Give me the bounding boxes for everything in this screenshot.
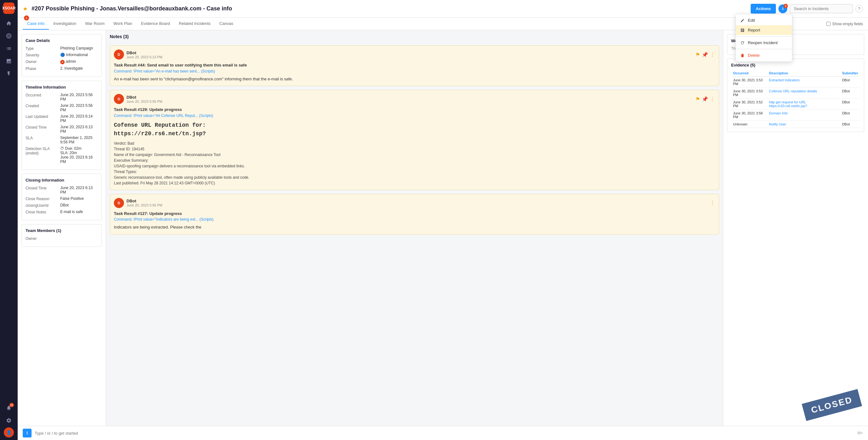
field-phase: Phase 2. Investigate bbox=[26, 66, 98, 71]
note-3-avatar: D bbox=[114, 198, 124, 208]
closing-title: Closing Information bbox=[26, 178, 98, 182]
sidebar: XSOAR 34 👤 bbox=[0, 0, 18, 440]
svg-point-2 bbox=[8, 36, 9, 37]
pin-icon[interactable]: 📌 bbox=[702, 52, 708, 58]
notes-title: Notes (3) bbox=[110, 34, 719, 39]
help-button[interactable]: ? bbox=[856, 5, 863, 12]
right-panel: Work Plan (0 3 There are no tasks that r… bbox=[723, 30, 868, 426]
evidence-description-2[interactable]: http get request for URL https://r20.rs6… bbox=[767, 99, 840, 110]
user-avatar[interactable]: 👤 bbox=[4, 428, 14, 438]
field-type: Type Phishing Campaign bbox=[26, 46, 98, 51]
more-icon-3[interactable]: ⋮ bbox=[710, 200, 715, 206]
timeline-title: Timeline Information bbox=[26, 85, 98, 90]
case-details-section: Case Details Type Phishing Campaign Seve… bbox=[22, 34, 102, 77]
dropdown-reopen[interactable]: Reopen Incident bbox=[736, 38, 792, 47]
left-panel: Case Details Type Phishing Campaign Seve… bbox=[18, 30, 106, 426]
note-1-content: Task Result #44: Send email to user noti… bbox=[114, 62, 715, 82]
actions-button[interactable]: Actions bbox=[751, 4, 776, 13]
show-empty-checkbox[interactable] bbox=[826, 22, 831, 26]
evidence-row-2: June 30, 2021 3:52 PM http get request f… bbox=[731, 99, 860, 110]
field-severity: Severity 🔵 Informational bbox=[26, 53, 98, 57]
note-2-avatar: D bbox=[114, 94, 124, 104]
middle-panel: Notes (3) D DBot June 20, 2023 6:13 PM ⚑… bbox=[106, 30, 723, 426]
sidebar-item-bolt[interactable] bbox=[3, 68, 14, 79]
evidence-submitter-3: DBot bbox=[840, 110, 860, 121]
evidence-table-header: Occurred Description Submitter bbox=[731, 70, 860, 77]
search-input[interactable] bbox=[790, 4, 853, 13]
chat-input[interactable] bbox=[35, 431, 855, 436]
report-icon bbox=[740, 28, 745, 32]
tab-case-info[interactable]: Case info 1 bbox=[23, 18, 49, 30]
sidebar-item-incidents[interactable] bbox=[3, 43, 14, 54]
dropdown-edit[interactable]: Edit bbox=[736, 15, 792, 25]
field-created: Created June 20, 2023 5:56 PM bbox=[26, 103, 98, 112]
app-logo[interactable]: XSOAR bbox=[3, 2, 14, 14]
show-empty-fields-label[interactable]: Show empty fields bbox=[826, 22, 863, 26]
chat-exclaim-button[interactable]: ! bbox=[23, 429, 32, 438]
evidence-occurred-1: June 30, 2021 3:53 PM bbox=[731, 88, 767, 99]
dropdown-separator-2 bbox=[736, 49, 792, 49]
evidence-row-3: June 30, 2021 3:58 PM Domain Info DBot bbox=[731, 110, 860, 121]
sidebar-item-dashboard[interactable] bbox=[3, 56, 14, 67]
star-icon[interactable]: ★ bbox=[23, 5, 28, 12]
col-submitter: Submitter bbox=[840, 70, 860, 77]
flag-icon-2[interactable]: ⚑ bbox=[695, 96, 700, 102]
note-3-header: D DBot June 20, 2023 5:56 PM ⋮ bbox=[114, 198, 715, 208]
evidence-description-4[interactable]: Notify User bbox=[767, 121, 840, 128]
evidence-description-1[interactable]: Cofense URL reputation details bbox=[767, 88, 840, 99]
info-button[interactable]: i 2 bbox=[778, 4, 787, 13]
evidence-row-4: Unknown Notify User DBot bbox=[731, 121, 860, 128]
sidebar-item-target[interactable] bbox=[3, 30, 14, 42]
field-detection-sla: Detection SLA (ended) ⏱ Due: 02m SLA: 20… bbox=[26, 146, 98, 164]
note-3-meta: DBot June 20, 2023 5:56 PM bbox=[126, 199, 708, 207]
evidence-submitter-2: DBot bbox=[840, 99, 860, 110]
more-icon[interactable]: ⋮ bbox=[710, 52, 715, 58]
tab-investigation[interactable]: Investigation bbox=[49, 18, 81, 30]
dropdown-report[interactable]: Report bbox=[736, 25, 792, 35]
notification-badge: 34 bbox=[9, 403, 14, 407]
closing-section: Closing Information Closed Time June 20,… bbox=[22, 174, 102, 220]
field-owner: Owner A admin bbox=[26, 59, 98, 64]
note-2-header: D DBot June 20, 2023 5:56 PM ⚑ 📌 ⋮ bbox=[114, 94, 715, 104]
content-area: Case Details Type Phishing Campaign Seve… bbox=[18, 30, 868, 426]
note-3-actions[interactable]: ⋮ bbox=[710, 200, 715, 206]
note-2-meta: DBot June 20, 2023 5:56 PM bbox=[126, 95, 693, 103]
pin-icon-2[interactable]: 📌 bbox=[702, 96, 708, 102]
evidence-description-0[interactable]: Extracted Indicators bbox=[767, 77, 840, 88]
evidence-description-3[interactable]: Domain Info bbox=[767, 110, 840, 121]
page-title: #207 Possible Phishing - Jonas.Versaille… bbox=[32, 5, 747, 12]
tab-war-room[interactable]: War Room bbox=[81, 18, 109, 30]
app-container: XSOAR 34 👤 bbox=[0, 0, 868, 440]
col-description: Description bbox=[767, 70, 840, 77]
tab-related-incidents[interactable]: Related Incidents bbox=[175, 18, 215, 30]
note-1-avatar: D bbox=[114, 49, 124, 60]
note-card-2: D DBot June 20, 2023 5:56 PM ⚑ 📌 ⋮ Task … bbox=[110, 90, 719, 190]
more-icon-2[interactable]: ⋮ bbox=[710, 96, 715, 102]
case-details-title: Case Details bbox=[26, 38, 98, 43]
field-closed-time2: Closed Time June 20, 2023 6:13 PM bbox=[26, 185, 98, 195]
tab-canvas[interactable]: Canvas bbox=[215, 18, 238, 30]
sidebar-item-settings[interactable] bbox=[3, 415, 14, 426]
evidence-title: Evidence (5) bbox=[731, 63, 860, 67]
sidebar-item-notifications[interactable]: 34 bbox=[3, 402, 14, 413]
note-1-header: D DBot June 20, 2023 6:13 PM ⚑ 📌 ⋮ bbox=[114, 49, 715, 60]
dropdown-delete[interactable]: Delete bbox=[736, 50, 792, 60]
note-1-actions[interactable]: ⚑ 📌 ⋮ bbox=[695, 52, 715, 58]
delete-icon bbox=[740, 53, 745, 58]
sidebar-item-home[interactable] bbox=[3, 18, 14, 29]
owner-avatar-icon: A bbox=[60, 60, 65, 64]
field-last-updated: Last Updated June 20, 2023 6:14 PM bbox=[26, 114, 98, 123]
evidence-occurred-4: Unknown bbox=[731, 121, 767, 128]
evidence-row-1: June 30, 2021 3:53 PM Cofense URL reputa… bbox=[731, 88, 860, 99]
tab-evidence-board[interactable]: Evidence Board bbox=[136, 18, 175, 30]
evidence-occurred-3: June 30, 2021 3:58 PM bbox=[731, 110, 767, 121]
evidence-submitter-1: DBot bbox=[840, 88, 860, 99]
header-actions: Actions i 2 ? bbox=[751, 4, 863, 13]
field-team-owner: Owner bbox=[26, 236, 98, 241]
field-closed-time: Closed Time June 20, 2023 6:13 PM bbox=[26, 125, 98, 134]
edit-icon bbox=[740, 18, 745, 23]
note-2-actions[interactable]: ⚑ 📌 ⋮ bbox=[695, 96, 715, 102]
tab-work-plan[interactable]: Work Plan bbox=[109, 18, 137, 30]
flag-icon[interactable]: ⚑ bbox=[695, 52, 700, 58]
info-badge: 2 bbox=[783, 4, 788, 8]
